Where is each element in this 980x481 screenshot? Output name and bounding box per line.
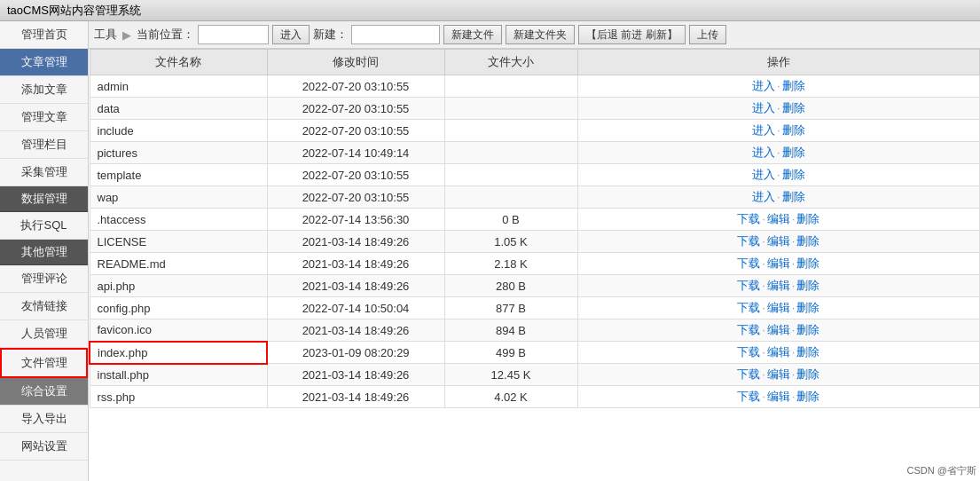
action-link-删除[interactable]: 删除 <box>782 79 805 92</box>
file-action-cell: 下载·编辑·删除 <box>577 319 980 342</box>
file-time-cell: 2021-03-14 18:49:26 <box>267 364 444 386</box>
file-action-cell: 下载·编辑·删除 <box>577 364 980 386</box>
action-separator: · <box>762 367 765 381</box>
action-link-编辑[interactable]: 编辑 <box>767 390 790 403</box>
sidebar-item-manage-column[interactable]: 管理栏目 <box>0 131 88 159</box>
file-time-cell: 2021-03-14 18:49:26 <box>267 319 444 342</box>
action-link-删除[interactable]: 删除 <box>796 234 819 248</box>
action-separator: · <box>792 345 796 359</box>
action-link-删除[interactable]: 删除 <box>796 256 819 270</box>
sidebar-item-other-header[interactable]: 其他管理 <box>0 240 88 265</box>
table-row: config.php2022-07-14 10:50:04877 B下载·编辑·… <box>90 297 980 319</box>
sidebar-item-home[interactable]: 管理首页 <box>0 21 88 49</box>
watermark: CSDN @省宁斯 <box>907 464 976 477</box>
action-separator: · <box>762 301 765 314</box>
action-link-删除[interactable]: 删除 <box>782 101 805 114</box>
new-file-button[interactable]: 新建文件 <box>443 25 502 44</box>
action-link-删除[interactable]: 删除 <box>796 212 819 225</box>
file-name-cell: wap <box>90 186 267 209</box>
file-action-cell: 进入·删除 <box>577 75 980 98</box>
file-size-cell <box>444 186 577 209</box>
action-link-下载[interactable]: 下载 <box>737 367 760 381</box>
file-size-cell <box>444 164 577 186</box>
action-link-删除[interactable]: 删除 <box>782 123 805 137</box>
action-link-删除[interactable]: 删除 <box>782 190 805 203</box>
sidebar-item-friend-link[interactable]: 友情链接 <box>0 293 88 320</box>
action-link-进入[interactable]: 进入 <box>752 190 775 203</box>
action-link-下载[interactable]: 下载 <box>737 234 760 248</box>
action-separator: · <box>792 301 796 314</box>
table-header: 文件名称 修改时间 文件大小 操作 <box>90 50 980 75</box>
action-link-删除[interactable]: 删除 <box>796 301 819 314</box>
action-link-删除[interactable]: 删除 <box>796 323 819 336</box>
action-link-编辑[interactable]: 编辑 <box>767 256 790 270</box>
action-link-编辑[interactable]: 编辑 <box>767 367 790 381</box>
sidebar-item-collect[interactable]: 采集管理 <box>0 159 88 186</box>
file-name-cell: LICENSE <box>90 231 267 253</box>
action-link-编辑[interactable]: 编辑 <box>767 234 790 248</box>
sidebar-item-article[interactable]: 文章管理 <box>0 49 88 76</box>
nav-group-button[interactable]: 【后退 前进 刷新】 <box>578 25 686 44</box>
file-action-cell: 下载·编辑·删除 <box>577 275 980 297</box>
file-time-cell: 2022-07-20 03:10:55 <box>267 186 444 209</box>
new-folder-button[interactable]: 新建文件夹 <box>506 25 575 44</box>
file-time-cell: 2021-03-14 18:49:26 <box>267 386 444 408</box>
go-button[interactable]: 进入 <box>272 25 310 44</box>
action-link-删除[interactable]: 删除 <box>796 390 819 403</box>
action-separator: · <box>792 323 796 336</box>
sidebar-item-import-export[interactable]: 导入导出 <box>0 406 88 433</box>
upload-button[interactable]: 上传 <box>689 25 726 44</box>
table-row: wap2022-07-20 03:10:55进入·删除 <box>90 186 980 209</box>
action-link-下载[interactable]: 下载 <box>737 212 760 225</box>
sidebar-item-manage-article[interactable]: 管理文章 <box>0 104 88 131</box>
sidebar-item-user-manage[interactable]: 人员管理 <box>0 320 88 348</box>
col-header-action: 操作 <box>577 50 980 75</box>
action-separator: · <box>792 279 796 292</box>
action-link-进入[interactable]: 进入 <box>752 146 775 159</box>
action-link-删除[interactable]: 删除 <box>796 367 819 381</box>
action-link-下载[interactable]: 下载 <box>737 279 760 292</box>
file-size-cell <box>444 75 577 98</box>
action-link-下载[interactable]: 下载 <box>737 390 760 403</box>
action-link-编辑[interactable]: 编辑 <box>767 212 790 225</box>
action-link-编辑[interactable]: 编辑 <box>767 345 790 359</box>
sidebar-item-file-manage[interactable]: 文件管理 <box>0 348 88 378</box>
file-size-cell: 877 B <box>444 297 577 319</box>
action-link-进入[interactable]: 进入 <box>752 168 775 181</box>
file-size-cell <box>444 142 577 164</box>
location-input[interactable] <box>198 25 269 44</box>
action-link-编辑[interactable]: 编辑 <box>767 301 790 314</box>
action-link-删除[interactable]: 删除 <box>782 146 805 159</box>
action-link-进入[interactable]: 进入 <box>752 123 775 137</box>
toolbar-arrow: ▶ <box>122 28 131 42</box>
file-action-cell: 进入·删除 <box>577 164 980 186</box>
sidebar-item-execute-sql[interactable]: 执行SQL <box>0 212 88 240</box>
col-header-size: 文件大小 <box>444 50 577 75</box>
action-link-删除[interactable]: 删除 <box>796 279 819 292</box>
action-link-进入[interactable]: 进入 <box>752 101 775 114</box>
new-name-input[interactable] <box>351 25 440 44</box>
action-link-下载[interactable]: 下载 <box>737 256 760 270</box>
action-link-下载[interactable]: 下载 <box>737 345 760 359</box>
col-header-time: 修改时间 <box>267 50 444 75</box>
file-name-cell: .htaccess <box>90 209 267 231</box>
action-separator: · <box>762 390 765 403</box>
action-link-删除[interactable]: 删除 <box>796 345 819 359</box>
action-link-下载[interactable]: 下载 <box>737 323 760 336</box>
sidebar-item-data-header[interactable]: 数据管理 <box>0 186 88 212</box>
new-label: 新建： <box>313 27 348 43</box>
toolbar: 工具 ▶ 当前位置： 进入 新建： 新建文件 新建文件夹 【后退 前进 刷新】 … <box>89 21 980 49</box>
sidebar-item-manage-comment[interactable]: 管理评论 <box>0 265 88 293</box>
sidebar-item-general-settings[interactable]: 综合设置 <box>0 378 88 406</box>
col-header-name: 文件名称 <box>90 50 267 75</box>
action-link-编辑[interactable]: 编辑 <box>767 323 790 336</box>
action-separator: · <box>762 212 765 225</box>
table-row: README.md2021-03-14 18:49:262.18 K下载·编辑·… <box>90 253 980 275</box>
sidebar-item-add-article[interactable]: 添加文章 <box>0 76 88 104</box>
sidebar-item-website-settings[interactable]: 网站设置 <box>0 433 88 461</box>
action-link-删除[interactable]: 删除 <box>782 168 805 181</box>
action-link-下载[interactable]: 下载 <box>737 301 760 314</box>
table-container: 文件名称 修改时间 文件大小 操作 admin2022-07-20 03:10:… <box>89 49 980 481</box>
action-link-编辑[interactable]: 编辑 <box>767 279 790 292</box>
action-link-进入[interactable]: 进入 <box>752 79 775 92</box>
